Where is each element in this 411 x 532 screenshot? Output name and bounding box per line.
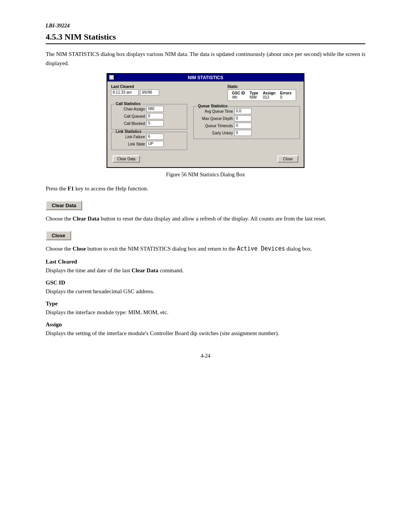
dialog-titlebar: ✕ NIM STATISTICS: [107, 74, 304, 81]
last-cleared-desc-pre: Displays the time and date of the last: [46, 267, 132, 273]
intro-paragraph: The NIM STATISTICS dialog box displays v…: [46, 50, 365, 68]
chan-assign-label: Chan Assign: [115, 107, 145, 111]
f1-help-text: Press the F1 key to access the Help func…: [46, 184, 365, 193]
max-queue-row: Max Queue Depth 0: [197, 115, 296, 121]
left-stats: Call Statistics Chan Assign 680 Call Que…: [111, 104, 187, 152]
call-blocked-value: 5: [147, 120, 164, 126]
link-statistics-group: Link Statistics Link Failure 6 Link Stat…: [111, 132, 187, 150]
close-pre: Choose the: [46, 246, 73, 252]
avg-queue-label: Avg Queue Time: [197, 109, 233, 113]
last-cleared-date: 3/6/96: [140, 89, 159, 96]
queue-timeouts-label: Queue Timeouts: [197, 124, 233, 128]
gsc-id-desc: Displays the current hexadecimal GSC add…: [46, 287, 365, 296]
link-state-value: UP: [147, 141, 164, 147]
static-section: Static GSC ID Type Assign Errors 4th NIM…: [228, 85, 296, 101]
assign-value: 013: [261, 95, 278, 99]
figure-caption: Figure 56 NIM Statistics Dialog Box: [46, 172, 365, 178]
call-blocked-row: Call Blocked 5: [115, 120, 184, 126]
call-blocked-label: Call Blocked: [115, 121, 145, 126]
queue-timeouts-value: 0: [234, 123, 252, 129]
close-description: Choose the Close button to exit the NIM …: [46, 244, 365, 253]
errors-header: Errors: [278, 91, 294, 95]
assign-desc: Displays the setting of the interface mo…: [46, 329, 365, 338]
link-failure-row: Link Failure 6: [115, 134, 184, 140]
call-stats-label: Call Statistics: [115, 102, 142, 106]
chan-assign-value: 680: [147, 106, 164, 112]
close-code: Active Devices: [237, 245, 285, 252]
avg-queue-row: Avg Queue Time 0.0: [197, 108, 296, 114]
close-button-doc[interactable]: Close: [46, 231, 71, 240]
link-stats-label: Link Statistics: [115, 129, 143, 134]
link-state-row: Link State UP: [115, 141, 184, 147]
static-table: GSC ID Type Assign Errors 4th NIM 013 0: [228, 89, 296, 101]
queue-stats-section: Queue Statistics Avg Queue Time 0.0 Max …: [193, 106, 300, 141]
f1-text-pre: Press the: [46, 185, 68, 192]
dialog-clear-data-button[interactable]: Clear Data: [113, 155, 140, 163]
call-queued-value: 0: [147, 113, 164, 119]
link-failure-value: 6: [147, 134, 164, 140]
close-end: dialog box.: [285, 246, 312, 252]
type-term: Type: [46, 300, 365, 307]
call-queued-row: Call Queued 0: [115, 113, 184, 119]
clear-data-pre: Choose the: [46, 216, 73, 222]
type-header: Type: [247, 91, 261, 95]
max-queue-label: Max Queue Depth: [197, 117, 233, 121]
last-cleared-term: Last Cleared: [46, 259, 365, 265]
clear-data-post: button to reset the data display and all…: [99, 216, 326, 222]
queue-timeouts-row: Queue Timeouts 0: [197, 123, 296, 129]
dialog-close-icon[interactable]: ✕: [109, 75, 114, 80]
early-unkey-row: Early Unkey 0: [197, 130, 296, 136]
queue-stats-label: Queue Statistics: [197, 104, 229, 108]
f1-key: F1: [68, 185, 74, 192]
clear-data-description: Choose the Clear Data button to reset th…: [46, 214, 365, 223]
section-heading: 4.5.3 NIM Statistics: [46, 32, 365, 44]
last-cleared-section: Last Cleared 8:11:33 am 3/6/96: [111, 85, 159, 96]
dialog-close-button[interactable]: Close: [277, 155, 298, 163]
nim-statistics-dialog: ✕ NIM STATISTICS Last Cleared 8:11:33 am…: [107, 73, 304, 168]
gsc-id-header: GSC ID: [230, 91, 247, 95]
early-unkey-value: 0: [234, 130, 252, 136]
queue-statistics-group: Queue Statistics Avg Queue Time 0.0 Max …: [193, 106, 300, 139]
last-cleared-desc-bold: Clear Data: [132, 267, 158, 273]
dialog-title: NIM STATISTICS: [188, 75, 223, 80]
call-statistics-group: Call Statistics Chan Assign 680 Call Que…: [111, 104, 187, 129]
page-number: 4-24: [46, 353, 365, 359]
dialog-footer: Clear Data Close: [111, 154, 300, 164]
early-unkey-label: Early Unkey: [197, 131, 233, 135]
assign-term: Assign: [46, 321, 365, 328]
clear-data-button-doc[interactable]: Clear Data: [46, 201, 82, 210]
doc-id: LBI-39224: [46, 23, 365, 29]
chan-assign-row: Chan Assign 680: [115, 106, 184, 112]
errors-value: 0: [278, 95, 294, 99]
last-cleared-desc: Displays the time and date of the last C…: [46, 266, 365, 275]
close-post: button to exit the NIM STATISTICS dialog…: [86, 246, 237, 252]
close-bold: Close: [73, 246, 86, 252]
max-queue-value: 0: [234, 115, 252, 121]
link-state-label: Link State: [115, 142, 145, 146]
avg-queue-value: 0.0: [234, 108, 252, 114]
f1-text-post: key to access the Help function.: [74, 185, 148, 192]
link-failure-label: Link Failure: [115, 135, 145, 139]
clear-data-bold: Clear Data: [73, 216, 99, 222]
type-desc: Displays the interface module type: MIM,…: [46, 308, 365, 317]
call-queued-label: Call Queued: [115, 114, 145, 118]
static-label: Static: [228, 85, 296, 89]
last-cleared-label: Last Cleared: [111, 85, 159, 89]
dialog-body: Last Cleared 8:11:33 am 3/6/96 Static GS…: [107, 81, 304, 167]
last-cleared-desc-end: command.: [158, 267, 184, 273]
gsc-id-term: GSC ID: [46, 280, 365, 286]
last-cleared-time: 8:11:33 am: [111, 89, 139, 96]
gsc-id-value: 4th: [230, 95, 247, 99]
assign-header: Assign: [261, 91, 278, 95]
type-value: NIM: [247, 95, 261, 99]
